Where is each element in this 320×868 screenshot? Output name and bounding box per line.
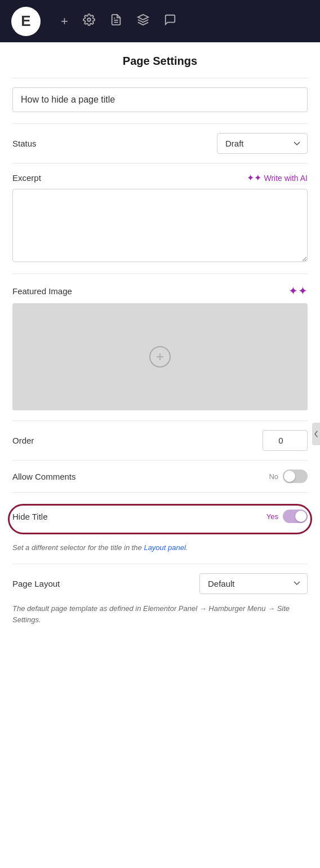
status-row: Status Draft Published Private Pending R… xyxy=(12,133,308,154)
svg-point-0 xyxy=(87,18,91,21)
ai-sparkle-icon: ✦✦ xyxy=(247,172,261,183)
hide-title-toggle[interactable] xyxy=(283,510,308,523)
featured-image-ai-icon[interactable]: ✦✦ xyxy=(288,284,308,298)
top-nav: E + xyxy=(0,0,320,42)
svg-marker-3 xyxy=(138,14,148,19)
layers-icon[interactable] xyxy=(137,14,149,29)
collapse-handle[interactable] xyxy=(312,423,320,445)
page-layout-divider xyxy=(12,564,308,564)
status-divider xyxy=(12,123,308,124)
featured-image-label: Featured Image xyxy=(12,286,72,296)
hide-title-state: Yes xyxy=(266,512,278,521)
featured-image-divider xyxy=(12,273,308,274)
page-settings-panel: Page Settings Status Draft Published Pri… xyxy=(0,42,320,868)
comments-divider xyxy=(12,460,308,460)
elementor-logo[interactable]: E xyxy=(11,7,41,36)
settings-icon[interactable] xyxy=(83,14,95,29)
status-label: Status xyxy=(12,139,37,148)
hide-title-slider xyxy=(283,510,308,523)
page-title-input[interactable] xyxy=(12,87,308,112)
hide-title-section: Hide Title Yes xyxy=(12,502,308,538)
title-divider xyxy=(12,78,308,78)
document-icon[interactable] xyxy=(110,14,122,29)
excerpt-divider xyxy=(12,163,308,163)
page-layout-select[interactable]: Default Elementor Canvas Elementor Full … xyxy=(199,573,308,594)
write-ai-button[interactable]: ✦✦ Write with AI xyxy=(247,172,308,183)
allow-comments-row: Allow Comments No xyxy=(12,470,308,483)
status-select[interactable]: Draft Published Private Pending Review xyxy=(217,133,308,154)
allow-comments-toggle[interactable] xyxy=(283,470,308,483)
page-layout-label: Page Layout xyxy=(12,579,60,588)
image-plus-icon: + xyxy=(149,346,171,367)
allow-comments-state: No xyxy=(269,472,278,481)
nav-icons: + xyxy=(61,14,176,29)
excerpt-header: Excerpt ✦✦ Write with AI xyxy=(12,172,308,183)
footer-info: The default page template as defined in … xyxy=(12,603,308,627)
order-input[interactable] xyxy=(263,430,308,451)
excerpt-textarea[interactable] xyxy=(12,189,308,262)
chat-icon[interactable] xyxy=(164,14,176,29)
layout-panel-link[interactable]: Layout panel xyxy=(144,543,185,552)
page-layout-row: Page Layout Default Elementor Canvas Ele… xyxy=(12,573,308,594)
allow-comments-label: Allow Comments xyxy=(12,472,76,481)
add-icon[interactable]: + xyxy=(61,14,68,29)
panel-title: Page Settings xyxy=(12,42,308,78)
order-divider xyxy=(12,420,308,421)
allow-comments-toggle-container: No xyxy=(269,470,308,483)
order-label: Order xyxy=(12,436,34,445)
hide-title-row: Hide Title Yes xyxy=(12,510,308,523)
featured-image-header: Featured Image ✦✦ xyxy=(12,284,308,298)
hide-title-toggle-container: Yes xyxy=(266,510,308,523)
allow-comments-slider xyxy=(283,470,308,483)
hide-title-divider xyxy=(12,492,308,493)
hide-title-label: Hide Title xyxy=(12,512,48,521)
excerpt-label: Excerpt xyxy=(12,173,41,183)
image-upload-area[interactable]: + xyxy=(12,303,308,410)
hide-title-info: Set a different selector for the title i… xyxy=(12,542,308,553)
order-row: Order xyxy=(12,430,308,451)
